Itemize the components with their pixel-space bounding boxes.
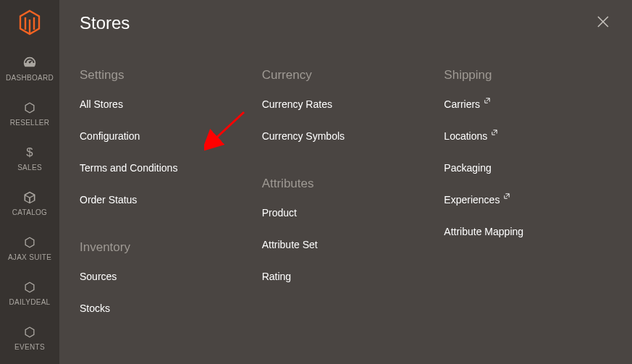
- flyout-header: Stores: [80, 13, 612, 33]
- link-label: Carriers: [444, 98, 480, 110]
- menu-link-currency-rates[interactable]: Currency Rates: [262, 98, 430, 110]
- nav-item-dailydeal[interactable]: DAILYDEAL: [0, 269, 59, 314]
- nav-item-dashboard[interactable]: DASHBOARD: [0, 45, 59, 90]
- link-label: Sources: [80, 271, 117, 282]
- dashboard-icon: [22, 55, 38, 71]
- magento-logo-icon: [18, 9, 41, 35]
- flyout-section: SettingsAll StoresConfigurationTerms and…: [80, 68, 248, 206]
- menu-link-terms-and-conditions[interactable]: Terms and Conditions: [80, 162, 248, 174]
- link-label: Locations: [444, 130, 487, 142]
- nav-item-events[interactable]: EVENTS: [0, 314, 59, 359]
- nav-label: DAILYDEAL: [9, 298, 51, 307]
- hex-icon: [22, 324, 38, 340]
- flyout-column: SettingsAll StoresConfigurationTerms and…: [80, 68, 248, 349]
- link-label: All Stores: [80, 98, 123, 110]
- link-label: Attribute Set: [262, 239, 318, 250]
- section-title: Currency: [262, 68, 430, 82]
- menu-link-product[interactable]: Product: [262, 207, 430, 219]
- menu-link-all-stores[interactable]: All Stores: [80, 98, 248, 110]
- link-label: Currency Rates: [262, 98, 332, 110]
- link-label: Product: [262, 207, 297, 219]
- nav-item-catalog[interactable]: CATALOG: [0, 179, 59, 224]
- link-label: Order Status: [80, 194, 137, 206]
- flyout-title: Stores: [80, 13, 130, 33]
- menu-link-experiences[interactable]: Experiences: [444, 194, 612, 206]
- link-label: Experiences: [444, 194, 500, 206]
- external-link-icon: [484, 98, 490, 103]
- flyout-column: ShippingCarriersLocationsPackagingExperi…: [444, 68, 612, 349]
- flyout-columns: SettingsAll StoresConfigurationTerms and…: [80, 68, 612, 349]
- menu-link-carriers[interactable]: Carriers: [444, 98, 612, 110]
- nav-label: CATALOG: [12, 208, 47, 217]
- svg-text:$: $: [26, 145, 33, 159]
- magento-logo[interactable]: [0, 0, 59, 45]
- menu-link-rating[interactable]: Rating: [262, 271, 430, 282]
- section-title: Settings: [80, 68, 248, 82]
- section-title: Shipping: [444, 68, 612, 82]
- close-icon: [597, 16, 609, 27]
- link-label: Currency Symbols: [262, 130, 345, 142]
- dollar-icon: $: [22, 145, 38, 161]
- menu-link-stocks[interactable]: Stocks: [80, 302, 248, 314]
- link-label: Configuration: [80, 130, 140, 142]
- section-title: Attributes: [262, 177, 430, 191]
- nav-label: RESELLER: [10, 119, 50, 127]
- link-label: Terms and Conditions: [80, 162, 177, 174]
- menu-link-packaging[interactable]: Packaging: [444, 162, 612, 174]
- hex-icon: [22, 279, 38, 295]
- external-link-icon: [504, 193, 510, 199]
- flyout-section: InventorySourcesStocks: [80, 240, 248, 314]
- nav-label: EVENTS: [14, 343, 45, 352]
- section-title: Inventory: [80, 240, 248, 255]
- nav-item-ajax-suite[interactable]: AJAX SUITE: [0, 224, 59, 269]
- nav-label: SALES: [17, 164, 42, 172]
- admin-sidebar: DASHBOARDRESELLER$SALESCATALOGAJAX SUITE…: [0, 0, 59, 364]
- stores-flyout: Stores SettingsAll StoresConfigurationTe…: [59, 0, 632, 364]
- flyout-column: CurrencyCurrency RatesCurrency SymbolsAt…: [262, 68, 430, 349]
- flyout-section: CurrencyCurrency RatesCurrency Symbols: [262, 68, 430, 142]
- link-label: Packaging: [444, 162, 491, 174]
- hex-icon: [22, 234, 38, 250]
- menu-link-attribute-mapping[interactable]: Attribute Mapping: [444, 226, 612, 237]
- external-link-icon: [492, 130, 497, 135]
- flyout-section: AttributesProductAttribute SetRating: [262, 177, 430, 282]
- nav-label: AJAX SUITE: [8, 253, 51, 262]
- menu-link-attribute-set[interactable]: Attribute Set: [262, 239, 430, 250]
- link-label: Stocks: [80, 302, 110, 314]
- link-label: Attribute Mapping: [444, 226, 523, 237]
- menu-link-order-status[interactable]: Order Status: [80, 194, 248, 206]
- nav-label: DASHBOARD: [6, 74, 54, 82]
- cube-icon: [22, 190, 38, 206]
- nav-item-reseller[interactable]: RESELLER: [0, 90, 59, 135]
- menu-link-locations[interactable]: Locations: [444, 130, 612, 142]
- menu-link-configuration[interactable]: Configuration: [80, 130, 248, 142]
- menu-link-currency-symbols[interactable]: Currency Symbols: [262, 130, 430, 142]
- flyout-section: ShippingCarriersLocationsPackagingExperi…: [444, 68, 612, 237]
- link-label: Rating: [262, 271, 291, 282]
- hex-icon: [22, 100, 38, 116]
- nav-item-sales[interactable]: $SALES: [0, 135, 59, 179]
- close-button[interactable]: [594, 13, 612, 33]
- menu-link-sources[interactable]: Sources: [80, 271, 248, 282]
